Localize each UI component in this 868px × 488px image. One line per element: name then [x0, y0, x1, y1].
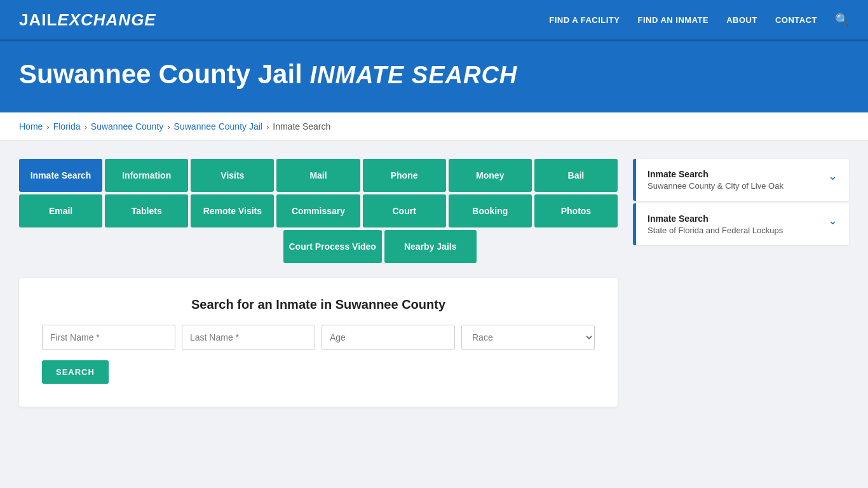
tab-court[interactable]: Court	[363, 194, 446, 227]
breadcrumb-home[interactable]: Home	[19, 121, 43, 132]
search-button[interactable]: SEARCH	[42, 360, 109, 384]
last-name-input[interactable]	[182, 325, 315, 350]
site-header: JAILEXCHANGE FIND A FACILITY FIND AN INM…	[0, 0, 868, 41]
logo-exchange: EXCHANGE	[57, 10, 156, 29]
breadcrumb-sep-1: ›	[46, 122, 49, 132]
sidebar-card-florida-title: Inmate Search	[648, 214, 783, 224]
tabs-row2: Email Tablets Remote Visits Commissary C…	[19, 194, 618, 227]
tab-photos[interactable]: Photos	[534, 194, 618, 227]
nav-find-inmate[interactable]: FIND AN INMATE	[637, 15, 709, 25]
right-sidebar: Inmate Search Suwannee County & City of …	[633, 159, 849, 248]
tab-commissary[interactable]: Commissary	[276, 194, 360, 227]
hero-title-main: Suwannee County Jail	[19, 59, 302, 89]
header-search-icon[interactable]: 🔍	[835, 13, 849, 27]
breadcrumb-jail[interactable]: Suwannee County Jail	[174, 121, 262, 132]
tab-email[interactable]: Email	[19, 194, 102, 227]
sidebar-card-florida: Inmate Search State of Florida and Feder…	[633, 203, 849, 245]
sidebar-card-florida-subtitle: State of Florida and Federal Lockups	[648, 226, 783, 235]
sidebar-card-suwannee-title: Inmate Search	[648, 169, 783, 179]
breadcrumb-florida[interactable]: Florida	[53, 121, 81, 132]
breadcrumb-sep-2: ›	[85, 122, 87, 132]
sidebar-card-suwannee: Inmate Search Suwannee County & City of …	[633, 159, 849, 201]
breadcrumb-sep-4: ›	[266, 122, 269, 132]
sidebar-card-suwannee-subtitle: Suwannee County & City of Live Oak	[648, 181, 783, 191]
chevron-down-icon-2: ⌄	[828, 214, 837, 227]
tab-phone[interactable]: Phone	[363, 159, 446, 192]
first-name-input[interactable]	[42, 325, 175, 350]
breadcrumb-current: Inmate Search	[273, 121, 330, 132]
tab-tablets[interactable]: Tablets	[105, 194, 188, 227]
page-title: Suwannee County Jail INMATE SEARCH	[19, 59, 849, 90]
sidebar-card-florida-header[interactable]: Inmate Search State of Florida and Feder…	[633, 203, 849, 245]
left-column: Inmate Search Information Visits Mail Ph…	[19, 159, 618, 407]
inmate-search-form: Search for an Inmate in Suwannee County …	[19, 278, 618, 407]
breadcrumb-bar: Home › Florida › Suwannee County › Suwan…	[0, 112, 868, 141]
nav-find-facility[interactable]: FIND A FACILITY	[549, 15, 620, 25]
sidebar-card-suwannee-header[interactable]: Inmate Search Suwannee County & City of …	[633, 159, 849, 201]
tab-booking[interactable]: Booking	[449, 194, 532, 227]
tabs-row3: Court Process Video Nearby Jails	[19, 230, 618, 263]
hero-title-italic: INMATE SEARCH	[309, 62, 517, 88]
age-input[interactable]	[322, 325, 455, 350]
tab-court-process-video[interactable]: Court Process Video	[283, 230, 382, 263]
nav-about[interactable]: ABOUT	[726, 15, 757, 25]
search-form-title: Search for an Inmate in Suwannee County	[42, 297, 595, 312]
tab-information[interactable]: Information	[105, 159, 188, 192]
search-fields-row: Race All White Black Hispanic Asian Othe…	[42, 325, 595, 350]
breadcrumb-suwannee-county[interactable]: Suwannee County	[91, 121, 163, 132]
logo-jail: JAIL	[19, 10, 57, 29]
tab-visits[interactable]: Visits	[191, 159, 274, 192]
main-nav: FIND A FACILITY FIND AN INMATE ABOUT CON…	[549, 13, 849, 27]
race-select[interactable]: Race All White Black Hispanic Asian Othe…	[461, 325, 595, 350]
tab-money[interactable]: Money	[449, 159, 532, 192]
site-logo[interactable]: JAILEXCHANGE	[19, 10, 156, 30]
tab-remote-visits[interactable]: Remote Visits	[191, 194, 274, 227]
main-content: Inmate Search Information Visits Mail Ph…	[0, 141, 868, 424]
tab-mail[interactable]: Mail	[276, 159, 360, 192]
tab-inmate-search[interactable]: Inmate Search	[19, 159, 102, 192]
tab-bail[interactable]: Bail	[534, 159, 618, 192]
breadcrumb-sep-3: ›	[167, 122, 170, 132]
tab-nearby-jails[interactable]: Nearby Jails	[384, 230, 477, 263]
hero-banner: Suwannee County Jail INMATE SEARCH	[0, 41, 868, 112]
chevron-down-icon: ⌄	[828, 169, 837, 183]
breadcrumb: Home › Florida › Suwannee County › Suwan…	[19, 121, 849, 132]
tabs-row1: Inmate Search Information Visits Mail Ph…	[19, 159, 618, 192]
nav-contact[interactable]: CONTACT	[775, 15, 817, 25]
